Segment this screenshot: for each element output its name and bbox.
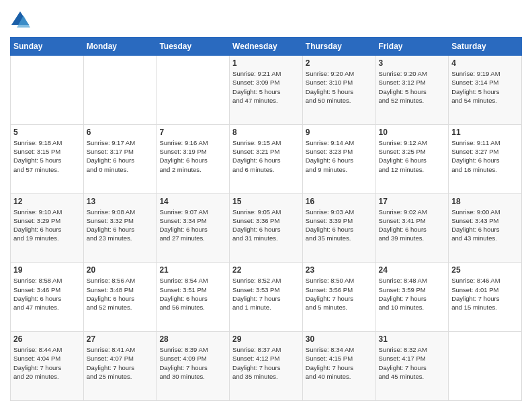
day-number: 26	[13, 334, 81, 344]
day-info: Sunrise: 9:07 AM Sunset: 3:34 PM Dayligh…	[159, 208, 226, 243]
day-info: Sunrise: 9:16 AM Sunset: 3:19 PM Dayligh…	[159, 138, 226, 174]
day-info: Sunrise: 8:39 AM Sunset: 4:09 PM Dayligh…	[159, 345, 226, 381]
day-info: Sunrise: 9:20 AM Sunset: 3:12 PM Dayligh…	[379, 69, 446, 105]
day-info: Sunrise: 8:54 AM Sunset: 3:51 PM Dayligh…	[159, 276, 226, 312]
day-number: 14	[159, 197, 226, 206]
day-info: Sunrise: 9:17 AM Sunset: 3:17 PM Dayligh…	[87, 138, 154, 174]
weekday-header: Saturday	[449, 38, 522, 56]
calendar-table: SundayMondayTuesdayWednesdayThursdayFrid…	[10, 37, 522, 401]
calendar-cell: 15Sunrise: 9:05 AM Sunset: 3:36 PM Dayli…	[230, 193, 303, 263]
calendar-cell: 20Sunrise: 8:56 AM Sunset: 3:48 PM Dayli…	[83, 263, 157, 332]
day-number: 29	[232, 334, 300, 344]
day-info: Sunrise: 9:03 AM Sunset: 3:39 PM Dayligh…	[306, 208, 373, 243]
calendar-cell: 2Sunrise: 9:20 AM Sunset: 3:10 PM Daylig…	[302, 56, 375, 125]
day-info: Sunrise: 9:02 AM Sunset: 3:41 PM Dayligh…	[379, 208, 446, 243]
calendar-cell: 29Sunrise: 8:37 AM Sunset: 4:12 PM Dayli…	[230, 332, 303, 401]
day-number: 23	[306, 265, 373, 275]
day-info: Sunrise: 8:50 AM Sunset: 3:56 PM Dayligh…	[306, 276, 373, 312]
day-number: 7	[159, 128, 226, 137]
day-number: 22	[232, 265, 300, 275]
day-info: Sunrise: 9:11 AM Sunset: 3:27 PM Dayligh…	[451, 138, 519, 174]
day-number: 9	[306, 128, 373, 137]
day-number: 18	[451, 197, 519, 206]
day-info: Sunrise: 9:18 AM Sunset: 3:15 PM Dayligh…	[13, 138, 81, 174]
day-info: Sunrise: 9:15 AM Sunset: 3:21 PM Dayligh…	[232, 138, 300, 174]
day-number: 20	[87, 265, 154, 275]
weekday-header: Monday	[83, 38, 157, 56]
day-info: Sunrise: 9:00 AM Sunset: 3:43 PM Dayligh…	[451, 208, 519, 243]
day-number: 12	[13, 197, 81, 206]
day-info: Sunrise: 8:58 AM Sunset: 3:46 PM Dayligh…	[13, 276, 81, 312]
day-number: 6	[87, 128, 154, 137]
calendar-cell	[83, 56, 157, 125]
day-number: 31	[379, 334, 446, 344]
day-info: Sunrise: 8:41 AM Sunset: 4:07 PM Dayligh…	[87, 345, 154, 381]
calendar-cell: 22Sunrise: 8:52 AM Sunset: 3:53 PM Dayli…	[230, 263, 303, 332]
calendar-cell: 25Sunrise: 8:46 AM Sunset: 4:01 PM Dayli…	[449, 263, 522, 332]
calendar-cell: 24Sunrise: 8:48 AM Sunset: 3:59 PM Dayli…	[375, 263, 449, 332]
calendar-cell: 3Sunrise: 9:20 AM Sunset: 3:12 PM Daylig…	[375, 56, 449, 125]
day-number: 16	[306, 197, 373, 206]
calendar-week-row: 1Sunrise: 9:21 AM Sunset: 3:09 PM Daylig…	[11, 56, 522, 125]
day-number: 17	[379, 197, 446, 206]
calendar-week-row: 5Sunrise: 9:18 AM Sunset: 3:15 PM Daylig…	[11, 124, 522, 193]
calendar-cell	[157, 56, 230, 125]
weekday-header: Thursday	[302, 38, 375, 56]
calendar-cell: 18Sunrise: 9:00 AM Sunset: 3:43 PM Dayli…	[449, 193, 522, 263]
page: SundayMondayTuesdayWednesdayThursdayFrid…	[0, 0, 532, 411]
calendar-cell: 13Sunrise: 9:08 AM Sunset: 3:32 PM Dayli…	[83, 193, 157, 263]
calendar-cell	[11, 56, 84, 125]
day-number: 19	[13, 265, 81, 275]
calendar-cell: 21Sunrise: 8:54 AM Sunset: 3:51 PM Dayli…	[157, 263, 230, 332]
day-info: Sunrise: 8:44 AM Sunset: 4:04 PM Dayligh…	[13, 345, 81, 381]
calendar-cell: 27Sunrise: 8:41 AM Sunset: 4:07 PM Dayli…	[83, 332, 157, 401]
calendar-body: 1Sunrise: 9:21 AM Sunset: 3:09 PM Daylig…	[11, 56, 522, 401]
day-info: Sunrise: 8:37 AM Sunset: 4:12 PM Dayligh…	[232, 345, 300, 381]
day-number: 28	[159, 334, 226, 344]
day-info: Sunrise: 9:12 AM Sunset: 3:25 PM Dayligh…	[379, 138, 446, 174]
day-number: 25	[451, 265, 519, 275]
day-number: 10	[379, 128, 446, 137]
day-number: 30	[306, 334, 373, 344]
day-number: 21	[159, 265, 226, 275]
calendar-cell: 28Sunrise: 8:39 AM Sunset: 4:09 PM Dayli…	[157, 332, 230, 401]
calendar-cell: 11Sunrise: 9:11 AM Sunset: 3:27 PM Dayli…	[449, 124, 522, 193]
calendar-cell	[449, 332, 522, 401]
logo	[10, 10, 33, 30]
day-info: Sunrise: 8:56 AM Sunset: 3:48 PM Dayligh…	[87, 276, 154, 312]
day-number: 2	[306, 58, 373, 68]
day-info: Sunrise: 9:10 AM Sunset: 3:29 PM Dayligh…	[13, 208, 81, 243]
day-info: Sunrise: 9:20 AM Sunset: 3:10 PM Dayligh…	[306, 69, 373, 105]
calendar-cell: 1Sunrise: 9:21 AM Sunset: 3:09 PM Daylig…	[230, 56, 303, 125]
day-info: Sunrise: 9:14 AM Sunset: 3:23 PM Dayligh…	[306, 138, 373, 174]
day-info: Sunrise: 8:48 AM Sunset: 3:59 PM Dayligh…	[379, 276, 446, 312]
calendar-cell: 8Sunrise: 9:15 AM Sunset: 3:21 PM Daylig…	[230, 124, 303, 193]
day-number: 1	[232, 58, 300, 68]
day-number: 15	[232, 197, 300, 206]
calendar-header: SundayMondayTuesdayWednesdayThursdayFrid…	[11, 38, 522, 56]
day-info: Sunrise: 8:32 AM Sunset: 4:17 PM Dayligh…	[379, 345, 446, 381]
day-number: 24	[379, 265, 446, 275]
calendar-cell: 30Sunrise: 8:34 AM Sunset: 4:15 PM Dayli…	[302, 332, 375, 401]
weekday-row: SundayMondayTuesdayWednesdayThursdayFrid…	[11, 38, 522, 56]
calendar-cell: 6Sunrise: 9:17 AM Sunset: 3:17 PM Daylig…	[83, 124, 157, 193]
calendar-cell: 14Sunrise: 9:07 AM Sunset: 3:34 PM Dayli…	[157, 193, 230, 263]
day-number: 11	[451, 128, 519, 137]
day-number: 27	[87, 334, 154, 344]
calendar-cell: 5Sunrise: 9:18 AM Sunset: 3:15 PM Daylig…	[11, 124, 84, 193]
day-number: 5	[13, 128, 81, 137]
calendar-week-row: 12Sunrise: 9:10 AM Sunset: 3:29 PM Dayli…	[11, 193, 522, 263]
calendar-week-row: 19Sunrise: 8:58 AM Sunset: 3:46 PM Dayli…	[11, 263, 522, 332]
calendar-cell: 10Sunrise: 9:12 AM Sunset: 3:25 PM Dayli…	[375, 124, 449, 193]
calendar-cell: 16Sunrise: 9:03 AM Sunset: 3:39 PM Dayli…	[302, 193, 375, 263]
weekday-header: Sunday	[11, 38, 84, 56]
day-number: 3	[379, 58, 446, 68]
calendar-cell: 19Sunrise: 8:58 AM Sunset: 3:46 PM Dayli…	[11, 263, 84, 332]
day-number: 13	[87, 197, 154, 206]
calendar-cell: 26Sunrise: 8:44 AM Sunset: 4:04 PM Dayli…	[11, 332, 84, 401]
day-info: Sunrise: 8:46 AM Sunset: 4:01 PM Dayligh…	[451, 276, 519, 312]
header	[10, 10, 522, 30]
calendar-cell: 12Sunrise: 9:10 AM Sunset: 3:29 PM Dayli…	[11, 193, 84, 263]
day-info: Sunrise: 9:21 AM Sunset: 3:09 PM Dayligh…	[232, 69, 300, 105]
calendar-cell: 9Sunrise: 9:14 AM Sunset: 3:23 PM Daylig…	[302, 124, 375, 193]
